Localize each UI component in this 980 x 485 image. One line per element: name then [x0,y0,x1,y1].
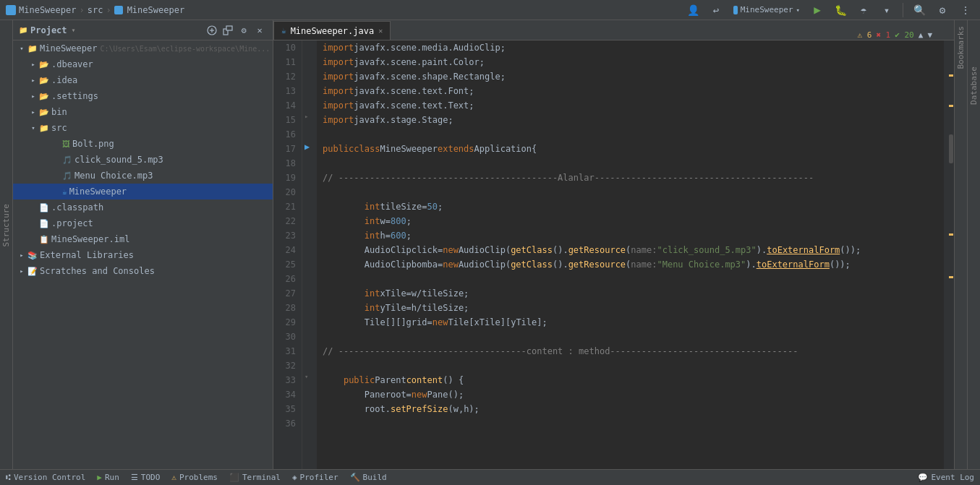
code-line-33: public Parent content() { [323,373,944,387]
code-line-22: int w = 800; [323,214,944,228]
run-label: Run [105,473,119,482]
pkg-11: javafx.scene.paint.Color [354,55,479,69]
coverage-button[interactable]: ☂ [855,1,872,19]
indicator-toggle-down[interactable]: ▼ [927,30,932,40]
breadcrumb-project[interactable]: MineSweeper [19,5,76,15]
breadcrumb-sep2: › [106,5,111,15]
toolbar-separator [903,3,903,17]
tree-item-classpath[interactable]: ▸ 📄 .classpath [13,199,273,215]
ext-libs-icon: 📚 [27,251,38,260]
more-button[interactable]: ▾ [878,1,895,19]
tree-label-src: src [51,123,67,133]
vcs-button[interactable]: ↩ [707,1,725,19]
new-item-button[interactable] [205,23,219,38]
var-tilesize-28: tileSize [422,301,464,315]
iml-icon: 📋 [39,235,49,244]
tree-item-iml[interactable]: ▸ 📋 MineSweeper.iml [13,231,273,247]
code-line-14: import javafx.scene.text.Text; [323,98,944,113]
tree-item-minesweeper[interactable]: ▸ ☕ MineSweeper [13,184,273,199]
tree-label-iml: MineSweeper.iml [51,234,129,244]
breadcrumb-src[interactable]: src [88,5,103,15]
todo-item[interactable]: ☰ TODO [131,473,161,482]
cls-17: MineSweeper [380,142,437,156]
problems-item[interactable]: ⚠ Problems [171,473,218,482]
search-button[interactable]: 🔍 [911,1,928,19]
var-tilesize-27: tileSize [422,286,464,301]
run-gutter-icon[interactable]: ▶ [304,142,310,152]
tree-item-root[interactable]: ▾ 📁 MineSweeper C:\Users\Esam\eclipse-wo… [13,40,273,56]
kw-public-17: public [323,142,354,156]
tree-label-settings: .settings [51,91,98,101]
ln-34: 34 [273,387,296,402]
fold-15[interactable]: ▸ [304,113,308,120]
breadcrumb-file[interactable]: MineSweeper [127,5,184,15]
terminal-item[interactable]: ⬛ Terminal [229,473,281,482]
editor-tabs: ☕ MineSweeper.java ✕ ⚠ 6 ✖ 1 ✔ 20 ▲ ▼ [273,20,954,40]
collapse-all-button[interactable] [221,23,235,38]
settings-button-sidebar[interactable]: ⚙ [237,23,251,38]
tree-arrow-bin: ▸ [27,108,39,116]
debug-button[interactable]: 🐛 [832,1,849,19]
idea-icon: 📂 [39,76,49,85]
ln-21: 21 [273,199,296,214]
kw-new-34: new [412,387,427,402]
todo-label: TODO [141,473,161,482]
event-log-item[interactable]: 💬 Event Log [918,473,974,482]
bookmarks-label[interactable]: Bookmarks [955,23,967,72]
editor-tab-minesweeper[interactable]: ☕ MineSweeper.java ✕ [273,21,391,40]
run-config-selector[interactable]: MineSweeper ▾ [730,1,803,19]
run-config-label: MineSweeper [741,5,793,14]
tree-item-settings[interactable]: ▸ 📂 .settings [13,88,273,104]
tab-close-button[interactable]: ✕ [378,27,383,35]
cmt-19: // -------------------------------------… [323,171,814,185]
fn-toexternal-25: toExternalForm [757,257,830,272]
tree-item-dbeaver[interactable]: ▸ 📂 .dbeaver [13,56,273,72]
scratches-icon: 📝 [27,267,38,276]
cls-tile-29: Tile [365,315,385,330]
run-item[interactable]: ▶ Run [97,473,119,482]
status-bar-right: 💬 Event Log [918,473,974,482]
structure-label[interactable]: Structure [0,201,12,250]
tree-label-menu: Menu Choice.mp3 [74,171,153,181]
close-sidebar-button[interactable]: ✕ [252,23,267,38]
profiler-item[interactable]: ◈ Profiler [292,473,338,482]
kw-import-13: import [323,84,354,98]
build-item[interactable]: 🔨 Build [350,473,387,482]
tree-item-scratches[interactable]: ▸ 📝 Scratches and Consoles [13,263,273,279]
profile-button[interactable]: 👤 [684,1,702,19]
run-button[interactable]: ▶ [809,1,826,19]
version-control-item[interactable]: ⑆ Version Control [6,473,85,482]
indicator-toggle-up[interactable]: ▲ [919,30,924,40]
tree-item-idea[interactable]: ▸ 📂 .idea [13,72,273,88]
code-line-25: AudioClip bomba = new AudioClip(getClass… [323,257,944,272]
var-w: w [380,214,385,228]
tree-item-click-mp3[interactable]: ▸ 🎵 click_sound_5.mp3 [13,152,273,168]
str-click: "click_sound_5.mp3" [657,243,756,257]
kw-int-21: int [365,199,380,214]
problems-label: Problems [179,473,218,482]
scroll-thumb[interactable] [949,134,953,163]
tree-label-bolt: Bolt.png [72,139,114,149]
code-line-20 [323,185,944,199]
tree-item-bin[interactable]: ▸ 📂 bin [13,104,273,120]
tree-item-bolt[interactable]: ▸ 🖼 Bolt.png [13,136,273,152]
tree-item-menu-mp3[interactable]: ▸ 🎵 Menu Choice.mp3 [13,168,273,184]
tree-item-ext-libs[interactable]: ▸ 📚 External Libraries [13,247,273,263]
code-content[interactable]: import javafx.scene.media.AudioClip; imp… [317,40,944,469]
code-line-28: int yTile = h / tileSize; [323,301,944,315]
tree-arrow-src: ▾ [27,124,39,132]
bookmarks-panel: Bookmarks [954,20,967,469]
tree-item-project[interactable]: ▸ 📄 .project [13,215,273,231]
tree-item-src[interactable]: ▾ 📁 src [13,120,273,136]
fold-33[interactable]: ▾ [304,373,308,380]
profiler-icon: ◈ [292,473,297,482]
fn-getresource-24: getResource [568,243,626,257]
kw-int-27: int [365,286,380,301]
more-options-button[interactable]: ⋮ [957,1,974,19]
database-label[interactable]: Database [968,64,980,108]
ln-27: 27 [273,286,296,301]
ln-22: 22 [273,214,296,228]
settings-button[interactable]: ⚙ [934,1,951,19]
sidebar-dropdown-icon[interactable]: ▾ [72,26,76,34]
ln-18: 18 [273,156,296,171]
